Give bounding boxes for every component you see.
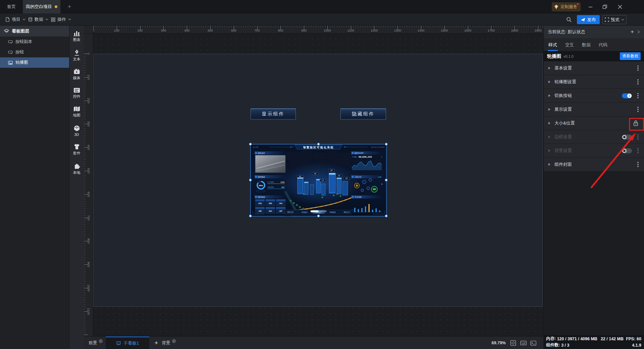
toolbar-item-text[interactable]: 文本 xyxy=(69,49,84,62)
minimize-button[interactable] xyxy=(583,0,598,13)
close-icon xyxy=(618,5,622,9)
menu-item-data[interactable]: 数据 xyxy=(25,13,51,26)
carousel-component[interactable]: A座 B座 C座 D座 E座 F座 智慧园区可视化系统 26°C 晴 2025-… xyxy=(251,144,386,216)
chevron-right-icon[interactable] xyxy=(637,30,640,34)
collapse-chevron-icon[interactable] xyxy=(548,136,550,138)
tutorial-button[interactable]: 查看教程 xyxy=(620,52,641,60)
component-header: 轮播图 v0.1.0 查看教程 xyxy=(544,51,644,61)
layer-item-button[interactable]: 按钮 xyxy=(0,47,69,57)
drag-handle-nw[interactable] xyxy=(249,143,252,146)
toolbar-item-map[interactable]: 地图 xyxy=(69,106,84,118)
add-state-button[interactable]: + xyxy=(629,29,636,35)
toggle-switch-off[interactable] xyxy=(622,135,632,140)
collapse-chevron-icon[interactable] xyxy=(548,122,550,124)
section-label: 边框设置 xyxy=(554,134,572,140)
collapse-chevron-icon[interactable] xyxy=(548,94,550,97)
kebab-menu-icon[interactable] xyxy=(637,67,639,69)
section-background-settings[interactable]: 背景设置 xyxy=(544,144,644,158)
carousel-scroll-thumb[interactable] xyxy=(311,210,319,212)
layer-item-carousel[interactable]: 轮播图 xyxy=(0,57,69,68)
menu-item-operation[interactable]: 操作 xyxy=(48,13,74,26)
collapse-chevron-icon[interactable] xyxy=(548,67,550,69)
drag-handle-w[interactable] xyxy=(249,179,252,182)
section-basic-settings[interactable]: 基本设置 xyxy=(544,61,644,75)
toolbar-item-3d[interactable]: 3D xyxy=(69,125,84,137)
tab-data[interactable]: 数据 xyxy=(582,42,591,51)
building-label: F座 xyxy=(345,178,348,179)
toolbar-item-media[interactable]: 媒体 xyxy=(69,69,84,81)
menu-item-project[interactable]: 项目 xyxy=(3,13,28,26)
collapse-chevron-icon[interactable] xyxy=(548,108,550,111)
collapse-chevron-icon[interactable] xyxy=(548,81,550,83)
circle-plus-icon[interactable] xyxy=(99,339,103,343)
section-display-settings[interactable]: 展示设置 xyxy=(544,103,644,116)
section-label: 展示设置 xyxy=(554,106,572,112)
section-carousel-settings[interactable]: 轮播图设置 xyxy=(544,75,644,89)
keyboard-shortcuts-button[interactable] xyxy=(519,339,527,347)
panel-title: 产业结构 xyxy=(355,196,362,198)
custom-service-badge[interactable]: 定制服务 xyxy=(552,2,581,11)
show-component-button[interactable]: 显示组件 xyxy=(251,108,296,119)
kebab-menu-icon[interactable] xyxy=(637,95,639,96)
ruler-vertical: -100010020030040050060070080090010001100 xyxy=(84,34,93,336)
zoom-level[interactable]: 69.79% xyxy=(492,337,506,349)
components-count-value: 3 / 3 xyxy=(561,343,569,348)
kebab-menu-icon[interactable] xyxy=(637,150,639,151)
lock-button[interactable] xyxy=(631,119,640,128)
collapse-chevron-icon[interactable] xyxy=(548,163,550,166)
console-button[interactable] xyxy=(529,339,537,347)
tab-style[interactable]: 样式 xyxy=(548,42,557,51)
drag-handle-e[interactable] xyxy=(385,179,388,182)
toolbar-item-chart[interactable]: 图表 xyxy=(69,30,84,42)
chevron-down-icon[interactable] xyxy=(621,19,624,21)
kebab-menu-icon[interactable] xyxy=(637,136,639,138)
drag-handle-sw[interactable] xyxy=(249,214,252,217)
dashboard-tab: 资源监控 xyxy=(302,211,308,213)
drag-handle-se[interactable] xyxy=(385,214,388,217)
background-tab[interactable]: 背景 xyxy=(162,337,176,349)
section-border-settings[interactable]: 边框设置 xyxy=(544,130,644,144)
toggle-switch-on[interactable]: 1 xyxy=(622,93,632,98)
ruler-corner xyxy=(84,26,93,34)
maximize-button[interactable] xyxy=(597,0,612,13)
search-button[interactable] xyxy=(564,15,574,24)
toggle-switch-off[interactable] xyxy=(622,148,632,153)
fit-screen-button[interactable] xyxy=(509,339,517,347)
kebab-menu-icon[interactable] xyxy=(637,81,639,83)
button-icon xyxy=(8,40,13,44)
collapse-chevron-icon[interactable] xyxy=(548,149,550,152)
table-value: 200 xyxy=(269,202,272,204)
sub-board-tab[interactable]: 子看板1 xyxy=(106,337,149,349)
tab-code[interactable]: 代码 xyxy=(599,42,607,51)
toolbar-item-label: 3D xyxy=(74,133,79,137)
grid-icon xyxy=(51,17,55,22)
section-component-cover[interactable]: 组件封面 xyxy=(544,158,644,171)
toolbar-item-label: 媒体 xyxy=(73,76,80,81)
add-board-button[interactable]: + xyxy=(152,337,161,349)
new-tab-button[interactable]: + xyxy=(65,3,74,11)
drag-handle-s[interactable] xyxy=(317,214,320,217)
foreground-tab[interactable]: 前景 xyxy=(89,337,103,349)
drag-handle-ne[interactable] xyxy=(385,143,388,146)
close-button[interactable] xyxy=(612,0,627,13)
tab-interaction[interactable]: 交互 xyxy=(565,42,574,51)
section-label: 轮播图设置 xyxy=(554,79,576,85)
kebab-menu-icon[interactable] xyxy=(637,109,639,110)
building-label: E座 xyxy=(338,175,340,177)
kebab-menu-icon[interactable] xyxy=(637,164,639,165)
hide-component-button[interactable]: 隐藏组件 xyxy=(340,108,386,119)
carousel-preview: A座 B座 C座 D座 E座 F座 智慧园区可视化系统 26°C 晴 2025-… xyxy=(251,144,386,216)
tab-project[interactable]: 我的空白项目 xyxy=(23,0,60,13)
toolbar-item-kit[interactable]: 套件 xyxy=(69,144,84,156)
section-size-position[interactable]: 大小&位置 xyxy=(544,116,644,130)
layer-item-button-copy[interactable]: 按钮副本 xyxy=(0,37,69,47)
tab-home[interactable]: 首页 xyxy=(0,0,23,13)
memory-label: 内存: xyxy=(546,336,556,342)
toolbar-item-widget[interactable]: 控件 xyxy=(69,88,84,99)
toolbar-item-local[interactable]: 本地 xyxy=(69,163,84,175)
preview-button[interactable]: 预览 xyxy=(602,15,627,24)
circle-plus-icon[interactable] xyxy=(172,339,176,343)
section-toggle-button[interactable]: 切换按钮 1 xyxy=(544,89,644,103)
drag-handle-n[interactable] xyxy=(317,143,320,146)
publish-button[interactable]: 发布 xyxy=(577,15,600,24)
